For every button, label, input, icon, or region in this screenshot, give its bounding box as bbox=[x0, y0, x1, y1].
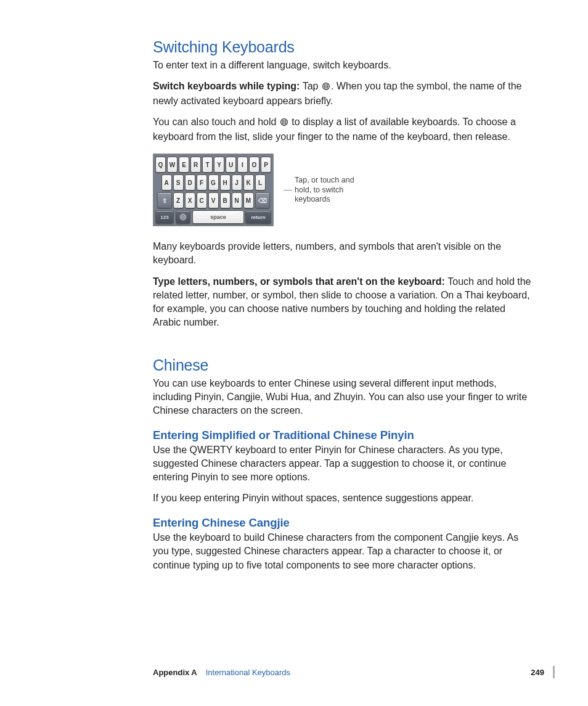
globe-icon bbox=[322, 81, 330, 94]
bold-lead-switch: Switch keyboards while typing: bbox=[153, 81, 303, 91]
p-many-keyboards: Many keyboards provide letters, numbers,… bbox=[153, 240, 533, 267]
footer-title: International Keyboards bbox=[206, 668, 290, 677]
callout-line bbox=[284, 190, 292, 191]
key-e[interactable]: E bbox=[179, 157, 189, 173]
globe-icon bbox=[280, 117, 288, 130]
footer-page-number: 249 bbox=[531, 668, 544, 677]
p-type-symbols: Type letters, numbers, or symbols that a… bbox=[153, 275, 533, 329]
callout-text: Tap, or touch and hold, to switch keyboa… bbox=[295, 176, 362, 205]
p-switch-while-typing: Switch keyboards while typing: Tap . Whe… bbox=[153, 80, 533, 108]
keyboard-row-2: A S D F G H J K L bbox=[155, 174, 271, 191]
key-x[interactable]: X bbox=[185, 192, 195, 208]
key-s[interactable]: S bbox=[173, 174, 184, 191]
page-footer: Appendix A International Keyboards 249 bbox=[153, 666, 555, 678]
key-b[interactable]: B bbox=[220, 192, 231, 208]
key-n[interactable]: N bbox=[232, 192, 242, 208]
key-z[interactable]: Z bbox=[173, 192, 184, 208]
key-123[interactable]: 123 bbox=[155, 210, 174, 224]
key-t[interactable]: T bbox=[202, 157, 213, 173]
footer-appendix: Appendix A bbox=[153, 668, 197, 677]
key-m[interactable]: M bbox=[243, 192, 254, 208]
keyboard-callout: Tap, or touch and hold, to switch keyboa… bbox=[284, 176, 362, 205]
key-space[interactable]: space bbox=[192, 210, 244, 224]
subheading-cangjie: Entering Chinese Cangjie bbox=[153, 516, 533, 530]
key-g[interactable]: G bbox=[208, 174, 219, 191]
text-tap: Tap bbox=[303, 81, 321, 91]
heading-chinese: Chinese bbox=[153, 356, 533, 374]
key-i[interactable]: I bbox=[237, 157, 248, 173]
key-d[interactable]: D bbox=[185, 174, 195, 191]
p-cangjie: Use the keyboard to build Chinese charac… bbox=[153, 531, 533, 572]
key-y[interactable]: Y bbox=[214, 157, 224, 173]
keyboard-figure: Q W E R T Y U I O P A S D F G H J K L bbox=[153, 154, 533, 226]
key-return[interactable]: return bbox=[245, 210, 271, 224]
key-w[interactable]: W bbox=[167, 157, 178, 173]
key-backspace[interactable]: ⌫ bbox=[255, 192, 270, 208]
p-chinese-intro: You can use keyboards to enter Chinese u… bbox=[153, 377, 533, 417]
key-shift[interactable]: ⇧ bbox=[157, 192, 172, 208]
key-v[interactable]: V bbox=[208, 192, 219, 208]
keyboard-row-4: 123 space return bbox=[155, 210, 271, 224]
heading-switching: Switching Keyboards bbox=[153, 38, 533, 56]
key-h[interactable]: H bbox=[220, 174, 231, 191]
key-globe[interactable] bbox=[176, 210, 190, 224]
key-q[interactable]: Q bbox=[155, 157, 166, 173]
keyboard-row-1: Q W E R T Y U I O P bbox=[155, 157, 271, 173]
key-c[interactable]: C bbox=[197, 192, 207, 208]
bold-lead-type: Type letters, numbers, or symbols that a… bbox=[153, 276, 447, 287]
onscreen-keyboard: Q W E R T Y U I O P A S D F G H J K L bbox=[153, 154, 274, 226]
p-switch-intro: To enter text in a different language, s… bbox=[153, 59, 533, 72]
key-u[interactable]: U bbox=[226, 157, 236, 173]
keyboard-row-3: ⇧ Z X C V B N M ⌫ bbox=[155, 192, 271, 208]
key-o[interactable]: O bbox=[249, 157, 259, 173]
key-p[interactable]: P bbox=[261, 157, 271, 173]
key-l[interactable]: L bbox=[255, 174, 266, 191]
p-pinyin-2: If you keep entering Pinyin without spac… bbox=[153, 491, 533, 505]
key-r[interactable]: R bbox=[190, 157, 201, 173]
key-a[interactable]: A bbox=[161, 174, 172, 191]
text-touchhold-a: You can also touch and hold bbox=[153, 117, 279, 127]
subheading-pinyin: Entering Simplified or Traditional Chine… bbox=[153, 429, 533, 442]
key-j[interactable]: J bbox=[232, 174, 242, 191]
p-touch-hold: You can also touch and hold to display a… bbox=[153, 115, 533, 144]
p-pinyin-1: Use the QWERTY keyboard to enter Pinyin … bbox=[153, 443, 533, 484]
key-f[interactable]: F bbox=[197, 174, 207, 191]
key-k[interactable]: K bbox=[243, 174, 254, 191]
